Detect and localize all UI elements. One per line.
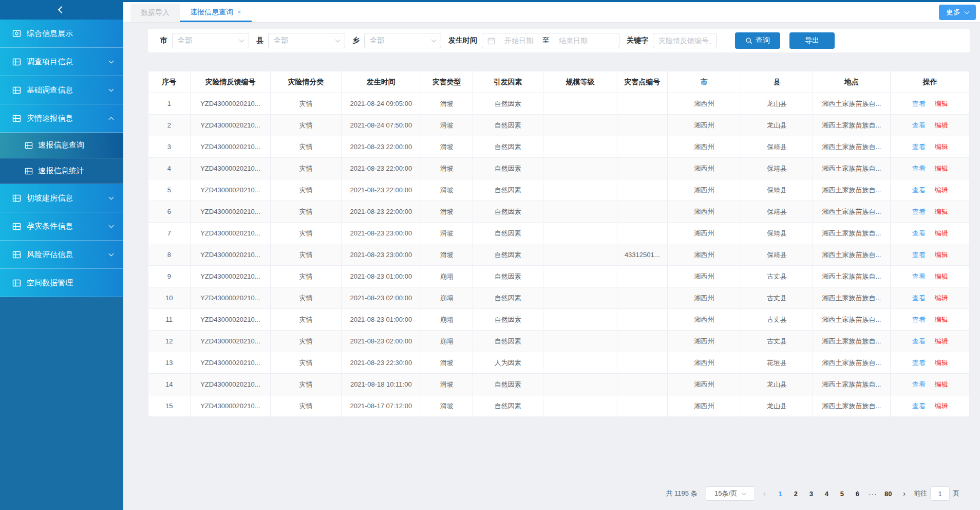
edit-link[interactable]: 编辑 bbox=[935, 359, 948, 367]
view-link[interactable]: 查看 bbox=[912, 251, 926, 259]
edit-link[interactable]: 编辑 bbox=[935, 251, 948, 259]
cell-factor: 自然因素 bbox=[473, 309, 543, 331]
edit-link[interactable]: 编辑 bbox=[935, 272, 948, 280]
edit-link[interactable]: 编辑 bbox=[935, 100, 948, 107]
edit-link[interactable]: 编辑 bbox=[935, 337, 948, 345]
cell-county: 龙山县 bbox=[741, 395, 813, 417]
table-row: 5YZD43000020210...灾情2021-08-23 22:00:00滑… bbox=[148, 179, 970, 201]
page-number-4[interactable]: 4 bbox=[820, 487, 833, 500]
page-number-6[interactable]: 6 bbox=[851, 487, 864, 500]
table-row: 9YZD43000020210...灾情2021-08-23 01:00:00崩… bbox=[148, 266, 970, 287]
cell-factor: 自然因素 bbox=[473, 244, 543, 266]
view-link[interactable]: 查看 bbox=[912, 402, 926, 410]
edit-link[interactable]: 编辑 bbox=[935, 121, 948, 129]
sidebar-item-1[interactable]: 综合信息展示 bbox=[0, 20, 123, 48]
sidebar-item-6[interactable]: 孕灾条件信息 bbox=[0, 212, 123, 241]
edit-link[interactable]: 编辑 bbox=[935, 143, 948, 151]
page-number-80[interactable]: 80 bbox=[881, 487, 895, 500]
cell-operations: 查看编辑 bbox=[891, 136, 970, 158]
view-link[interactable]: 查看 bbox=[912, 208, 926, 215]
cell-location: 湘西土家族苗族自... bbox=[813, 352, 891, 374]
view-link[interactable]: 查看 bbox=[912, 337, 926, 345]
cell-point: 43312501... bbox=[617, 244, 667, 266]
page-size-select[interactable]: 15条/页 bbox=[706, 486, 755, 501]
end-date-input[interactable] bbox=[552, 37, 595, 45]
edit-link[interactable]: 编辑 bbox=[935, 165, 948, 172]
cell-cls: 灾情 bbox=[271, 287, 342, 309]
cell-operations: 查看编辑 bbox=[891, 287, 970, 309]
next-page-button[interactable]: › bbox=[902, 489, 907, 498]
tab-label: 数据导入 bbox=[141, 8, 169, 17]
sidebar-item-label: 风险评估信息 bbox=[27, 250, 109, 260]
view-link[interactable]: 查看 bbox=[912, 186, 926, 194]
cell-county: 古丈县 bbox=[741, 266, 813, 287]
sidebar-subitem-2[interactable]: 速报信息统计 bbox=[0, 158, 123, 184]
goto-page-input[interactable] bbox=[930, 486, 950, 501]
date-range-picker[interactable]: 至 bbox=[482, 33, 619, 48]
sidebar-item-5[interactable]: 切坡建房信息 bbox=[0, 184, 123, 212]
tab-1[interactable]: 数据导入 bbox=[130, 4, 180, 22]
more-button[interactable]: 更多 bbox=[939, 5, 976, 20]
sidebar-item-2[interactable]: 调查项目信息 bbox=[0, 48, 123, 76]
view-link[interactable]: 查看 bbox=[912, 272, 926, 280]
sidebar-collapse-button[interactable] bbox=[0, 0, 123, 20]
cell-factor: 自然因素 bbox=[473, 331, 543, 352]
cell-code: YZD43000020210... bbox=[190, 201, 271, 223]
sidebar-item-3[interactable]: 基础调查信息 bbox=[0, 76, 123, 104]
chevron-down-icon bbox=[109, 194, 114, 199]
view-link[interactable]: 查看 bbox=[912, 229, 926, 237]
view-link[interactable]: 查看 bbox=[912, 121, 926, 129]
view-link[interactable]: 查看 bbox=[912, 100, 926, 107]
page-number-1[interactable]: 1 bbox=[774, 487, 787, 500]
table-row: 6YZD43000020210...灾情2021-08-23 22:00:00滑… bbox=[148, 201, 970, 223]
cell-point bbox=[617, 179, 667, 201]
view-link[interactable]: 查看 bbox=[912, 359, 926, 367]
cell-code: YZD43000020210... bbox=[190, 136, 271, 158]
town-select[interactable]: 全部 bbox=[364, 33, 441, 48]
table-icon bbox=[25, 167, 33, 175]
edit-link[interactable]: 编辑 bbox=[935, 294, 948, 302]
tab-close-icon[interactable]: × bbox=[237, 9, 241, 15]
cell-county: 古丈县 bbox=[741, 309, 813, 331]
cell-location: 湘西土家族苗族自... bbox=[813, 287, 891, 309]
export-button[interactable]: 导出 bbox=[789, 32, 835, 49]
cell-point bbox=[617, 136, 667, 158]
cell-location: 湘西土家族苗族自... bbox=[813, 374, 891, 395]
edit-link[interactable]: 编辑 bbox=[935, 316, 948, 323]
county-select-value: 全部 bbox=[274, 36, 336, 45]
sidebar-item-4[interactable]: 灾情速报信息 bbox=[0, 104, 123, 133]
view-link[interactable]: 查看 bbox=[912, 316, 926, 323]
prev-page-button[interactable]: ‹ bbox=[762, 489, 767, 498]
edit-link[interactable]: 编辑 bbox=[935, 208, 948, 215]
cell-code: YZD43000020210... bbox=[190, 223, 271, 244]
view-link[interactable]: 查看 bbox=[912, 294, 926, 302]
edit-link[interactable]: 编辑 bbox=[935, 229, 948, 237]
chevron-down-icon bbox=[431, 37, 437, 42]
search-button[interactable]: 查询 bbox=[735, 32, 780, 49]
edit-link[interactable]: 编辑 bbox=[935, 380, 948, 388]
page-number-2[interactable]: 2 bbox=[789, 487, 802, 500]
cell-time: 2021-08-23 23:00:00 bbox=[341, 244, 421, 266]
page-number-5[interactable]: 5 bbox=[835, 487, 849, 500]
cell-city: 湘西州 bbox=[667, 352, 741, 374]
cell-time: 2021-08-24 09:05:00 bbox=[341, 93, 421, 115]
view-link[interactable]: 查看 bbox=[912, 380, 926, 388]
sidebar-item-7[interactable]: 风险评估信息 bbox=[0, 241, 123, 269]
county-select[interactable]: 全部 bbox=[268, 33, 345, 48]
view-link[interactable]: 查看 bbox=[912, 143, 926, 151]
cell-no: 2 bbox=[148, 115, 191, 136]
search-button-label: 查询 bbox=[756, 36, 770, 45]
keyword-input[interactable] bbox=[653, 33, 717, 48]
sidebar-subitem-1[interactable]: 速报信息查询 bbox=[0, 133, 123, 158]
cell-operations: 查看编辑 bbox=[891, 201, 970, 223]
edit-link[interactable]: 编辑 bbox=[935, 402, 948, 410]
edit-link[interactable]: 编辑 bbox=[935, 186, 948, 194]
cell-operations: 查看编辑 bbox=[891, 158, 970, 179]
city-select[interactable]: 全部 bbox=[172, 33, 249, 48]
tab-2[interactable]: 速报信息查询× bbox=[180, 4, 252, 22]
start-date-input[interactable] bbox=[497, 37, 540, 45]
view-link[interactable]: 查看 bbox=[912, 165, 926, 172]
page-number-3[interactable]: 3 bbox=[804, 487, 818, 500]
sidebar-item-8[interactable]: 空间数据管理 bbox=[0, 269, 123, 297]
keyword-label: 关键字 bbox=[627, 36, 648, 45]
